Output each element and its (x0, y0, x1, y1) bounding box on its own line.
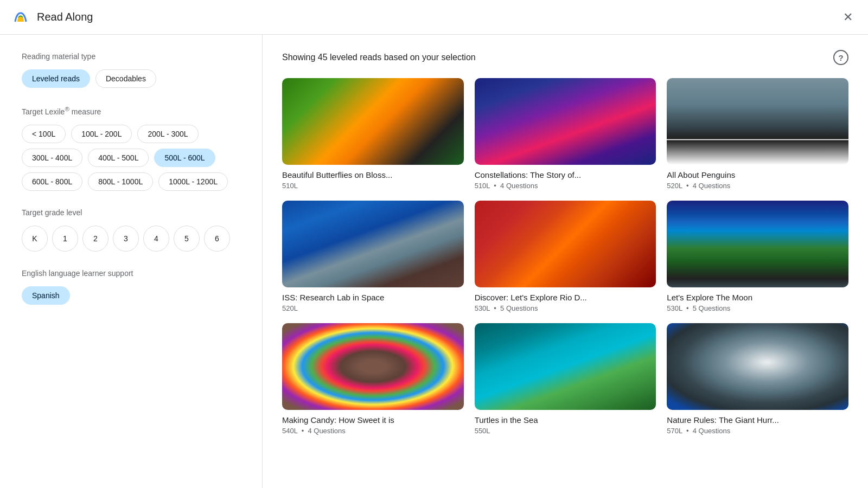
app-title: Read Along (37, 11, 93, 23)
ell-label: English language learner support (22, 269, 240, 278)
grade-chip-3[interactable]: 3 (113, 226, 139, 252)
book-title-rio: Discover: Let's Explore Rio D... (475, 293, 656, 302)
ell-section: English language learner support Spanish (22, 269, 240, 305)
book-title-penguins: All About Penguins (667, 170, 848, 179)
book-image-moon (667, 201, 848, 287)
chip-leveled-reads[interactable]: Leveled reads (22, 69, 90, 88)
reading-material-chip-group: Leveled reads Decodables (22, 69, 240, 88)
book-image-constellations (475, 78, 656, 165)
book-image-candy (282, 323, 464, 410)
chip-500-600[interactable]: 500L - 600L (154, 149, 215, 167)
main-layout: Reading material type Leveled reads Deco… (0, 35, 868, 488)
book-title-iss: ISS: Research Lab in Space (282, 293, 464, 302)
lexile-label: Target Lexile® measure (22, 105, 240, 116)
grade-chip-k[interactable]: K (22, 226, 48, 252)
chip-800-1000[interactable]: 800L - 1000L (88, 172, 153, 191)
book-meta-constellations: 510L • 4 Questions (475, 182, 656, 190)
book-card-rio[interactable]: Discover: Let's Explore Rio D... 530L • … (475, 201, 656, 312)
book-meta-candy: 540L • 4 Questions (282, 427, 464, 435)
book-image-rio (475, 201, 656, 287)
book-meta-hurricane: 570L • 4 Questions (667, 427, 848, 435)
book-title-butterflies: Beautiful Butterflies on Bloss... (282, 170, 464, 179)
book-card-iss[interactable]: ISS: Research Lab in Space 520L (282, 201, 464, 312)
book-title-candy: Making Candy: How Sweet it is (282, 415, 464, 425)
book-meta-moon: 530L • 5 Questions (667, 304, 848, 312)
chip-100-200[interactable]: 100L - 200L (71, 125, 132, 143)
lexile-section: Target Lexile® measure < 100L 100L - 200… (22, 105, 240, 191)
chip-300-400[interactable]: 300L - 400L (22, 149, 82, 167)
grade-chip-6[interactable]: 6 (204, 226, 230, 252)
book-title-turtles: Turtles in the Sea (475, 415, 656, 425)
grade-chip-2[interactable]: 2 (82, 226, 108, 252)
book-meta-butterflies: 510L (282, 182, 464, 190)
grade-section: Target grade level K 1 2 3 4 5 6 (22, 208, 240, 252)
grade-chip-5[interactable]: 5 (174, 226, 200, 252)
grade-chip-1[interactable]: 1 (52, 226, 78, 252)
book-image-turtles (475, 323, 656, 410)
chip-400-500[interactable]: 400L - 500L (88, 149, 149, 167)
title-bar: Read Along ✕ (0, 0, 868, 35)
chip-spanish[interactable]: Spanish (22, 286, 70, 305)
grade-label: Target grade level (22, 208, 240, 217)
close-button[interactable]: ✕ (839, 7, 857, 28)
content-area: Showing 45 leveled reads based on your s… (263, 35, 868, 488)
chip-600-800[interactable]: 600L - 800L (22, 172, 82, 191)
book-image-iss (282, 201, 464, 287)
book-title-constellations: Constellations: The Story of... (475, 170, 656, 179)
book-card-hurricane[interactable]: Nature Rules: The Giant Hurr... 570L • 4… (667, 323, 848, 435)
grade-chip-4[interactable]: 4 (143, 226, 169, 252)
book-card-moon[interactable]: Let's Explore The Moon 530L • 5 Question… (667, 201, 848, 312)
app-logo-icon (11, 8, 30, 27)
sidebar: Reading material type Leveled reads Deco… (0, 35, 263, 488)
book-title-hurricane: Nature Rules: The Giant Hurr... (667, 415, 848, 425)
book-card-candy[interactable]: Making Candy: How Sweet it is 540L • 4 Q… (282, 323, 464, 435)
chip-1000-1200[interactable]: 1000L - 1200L (158, 172, 228, 191)
chip-lt100[interactable]: < 100L (22, 125, 66, 143)
book-grid: Beautiful Butterflies on Bloss... 510L C… (282, 78, 848, 435)
book-title-moon: Let's Explore The Moon (667, 293, 848, 302)
content-header: Showing 45 leveled reads based on your s… (282, 50, 848, 65)
book-meta-penguins: 520L • 4 Questions (667, 182, 848, 190)
reading-material-label: Reading material type (22, 52, 240, 61)
book-card-penguins[interactable]: All About Penguins 520L • 4 Questions (667, 78, 848, 190)
book-card-constellations[interactable]: Constellations: The Story of... 510L • 4… (475, 78, 656, 190)
book-image-hurricane (667, 323, 848, 410)
book-card-turtles[interactable]: Turtles in the Sea 550L (475, 323, 656, 435)
reading-material-section: Reading material type Leveled reads Deco… (22, 52, 240, 88)
book-card-butterflies[interactable]: Beautiful Butterflies on Bloss... 510L (282, 78, 464, 190)
content-subtitle: Showing 45 leveled reads based on your s… (282, 53, 476, 62)
chip-200-300[interactable]: 200L - 300L (137, 125, 198, 143)
book-meta-rio: 530L • 5 Questions (475, 304, 656, 312)
ell-chip-group: Spanish (22, 286, 240, 305)
book-meta-turtles: 550L (475, 427, 656, 435)
help-icon[interactable]: ? (833, 50, 848, 65)
title-bar-left: Read Along (11, 8, 93, 27)
grade-chip-group: K 1 2 3 4 5 6 (22, 226, 240, 252)
book-meta-iss: 520L (282, 304, 464, 312)
book-image-penguins (667, 78, 848, 165)
chip-decodables[interactable]: Decodables (95, 69, 156, 88)
book-image-butterflies (282, 78, 464, 165)
lexile-chip-group: < 100L 100L - 200L 200L - 300L 300L - 40… (22, 125, 240, 191)
